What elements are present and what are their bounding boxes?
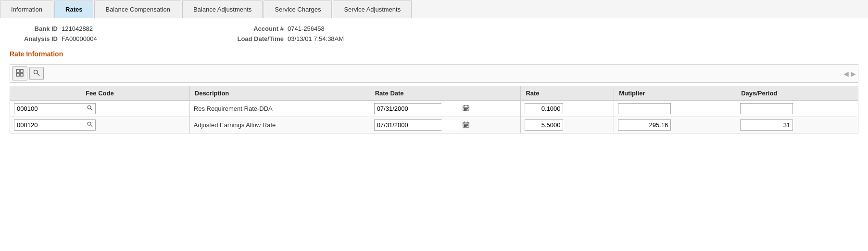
svg-rect-2	[16, 73, 19, 76]
load-date-row: Load Date/Time 03/13/01 7:54:38AM	[236, 35, 442, 42]
fee-code-search-button-0[interactable]	[85, 104, 95, 113]
col-rate-date: Rate Date	[370, 86, 521, 101]
tab-information-label: Information	[11, 6, 42, 13]
fee-code-input-0[interactable]	[14, 104, 85, 114]
account-row: Account # 0741-256458	[236, 25, 442, 32]
svg-rect-25	[466, 125, 467, 126]
col-days-period: Days/Period	[736, 86, 858, 101]
svg-point-6	[88, 106, 91, 109]
svg-rect-16	[465, 110, 466, 111]
fee-code-field-0	[14, 103, 96, 114]
svg-line-18	[90, 125, 92, 127]
fee-code-search-button-1[interactable]	[85, 120, 95, 130]
load-date-value: 03/13/01 7:54:38AM	[288, 35, 344, 42]
search-icon	[33, 70, 40, 78]
header-info: Bank ID 121042882 Account # 0741-256458 …	[10, 25, 442, 42]
svg-rect-15	[464, 110, 465, 111]
days-period-cell-0	[736, 101, 858, 117]
fee-code-cell-1	[10, 117, 190, 133]
rate-cell-0	[521, 101, 614, 117]
col-mutiplier: Mutiplier	[614, 86, 736, 101]
tab-service-adjustments[interactable]: Service Adjustments	[333, 0, 412, 18]
multiplier-input-0[interactable]	[618, 103, 671, 114]
rates-table: Fee Code Description Rate Date Rate Muti…	[10, 86, 858, 133]
svg-point-4	[34, 70, 38, 74]
multiplier-input-1[interactable]	[618, 119, 671, 131]
tab-service-charges[interactable]: Service Charges	[264, 0, 332, 18]
rate-date-cell-0	[370, 101, 521, 117]
svg-rect-13	[465, 108, 466, 109]
multiplier-cell-1	[614, 117, 736, 133]
grid-icon	[16, 70, 24, 78]
svg-line-5	[38, 74, 40, 76]
svg-rect-1	[20, 69, 23, 72]
col-description: Description	[189, 86, 370, 101]
tab-balance-adjustments[interactable]: Balance Adjustments	[182, 0, 263, 18]
rate-date-input-0[interactable]	[375, 104, 460, 114]
table-row: Adjusted Earnings Allow Rate	[10, 117, 858, 133]
account-value: 0741-256458	[288, 25, 325, 32]
tab-service-charges-label: Service Charges	[275, 6, 321, 13]
svg-rect-27	[465, 126, 466, 127]
svg-rect-14	[466, 108, 467, 109]
tab-rates[interactable]: Rates	[54, 0, 93, 18]
tab-rates-label: Rates	[65, 6, 82, 13]
tab-bar: Information Rates Balance Compensation B…	[0, 0, 868, 18]
svg-point-17	[88, 122, 91, 125]
col-rate: Rate	[521, 86, 614, 101]
svg-rect-23	[464, 125, 465, 126]
rate-date-field-0	[374, 103, 441, 114]
load-date-label: Load Date/Time	[236, 35, 284, 42]
rate-input-0[interactable]	[525, 103, 563, 114]
bank-id-label: Bank ID	[10, 25, 58, 32]
svg-rect-3	[20, 73, 23, 76]
toolbar: ◀ ▶	[10, 64, 858, 83]
analysis-id-value: FA00000004	[62, 35, 97, 42]
svg-rect-26	[464, 126, 465, 127]
section-title: Rate Information	[10, 50, 858, 60]
svg-rect-12	[464, 108, 465, 109]
account-label: Account #	[236, 25, 284, 32]
calendar-button-1[interactable]	[460, 120, 472, 130]
bank-id-row: Bank ID 121042882	[10, 25, 216, 32]
days-period-cell-1	[736, 117, 858, 133]
svg-rect-0	[16, 69, 19, 72]
multiplier-cell-0	[614, 101, 736, 117]
tab-information[interactable]: Information	[0, 0, 53, 18]
scroll-right-icon[interactable]: ▶	[851, 70, 856, 78]
col-fee-code: Fee Code	[10, 86, 190, 101]
analysis-id-row: Analysis ID FA00000004	[10, 35, 216, 42]
rate-date-field-1	[374, 119, 441, 131]
main-content: Bank ID 121042882 Account # 0741-256458 …	[0, 18, 868, 140]
rate-date-cell-1	[370, 117, 521, 133]
rate-input-1[interactable]	[525, 119, 563, 131]
tab-service-adjustments-label: Service Adjustments	[344, 6, 401, 13]
days-period-input-1[interactable]	[740, 119, 793, 131]
svg-line-7	[90, 108, 92, 110]
fee-code-input-1[interactable]	[14, 120, 85, 130]
tab-balance-adjustments-label: Balance Adjustments	[193, 6, 252, 13]
rate-cell-1	[521, 117, 614, 133]
rate-date-input-1[interactable]	[375, 120, 460, 130]
description-cell-1: Adjusted Earnings Allow Rate	[189, 117, 370, 133]
calendar-button-0[interactable]	[460, 104, 472, 114]
fee-code-cell-0	[10, 101, 190, 117]
tab-balance-compensation[interactable]: Balance Compensation	[94, 0, 181, 18]
table-row: Res Requirement Rate-DDA	[10, 101, 858, 117]
search-toolbar-button[interactable]	[29, 67, 44, 80]
days-period-input-0[interactable]	[740, 103, 793, 114]
analysis-id-label: Analysis ID	[10, 35, 58, 42]
svg-rect-24	[465, 125, 466, 126]
scroll-left-icon[interactable]: ◀	[843, 70, 849, 78]
bank-id-value: 121042882	[62, 25, 93, 32]
fee-code-field-1	[14, 119, 96, 131]
grid-view-button[interactable]	[12, 66, 27, 80]
description-cell-0: Res Requirement Rate-DDA	[189, 101, 370, 117]
tab-balance-compensation-label: Balance Compensation	[105, 6, 170, 13]
table-header-row: Fee Code Description Rate Date Rate Muti…	[10, 86, 858, 101]
